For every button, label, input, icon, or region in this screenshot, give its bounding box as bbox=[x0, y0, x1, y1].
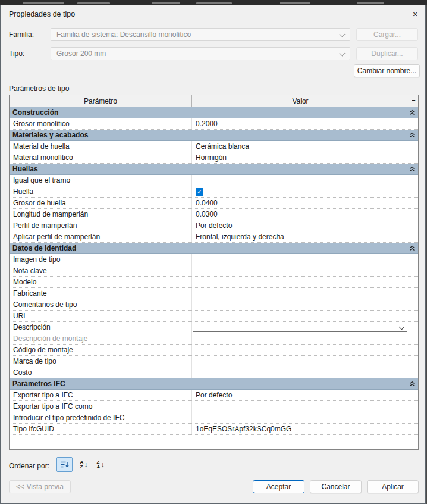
collapse-chevron-icon[interactable] bbox=[406, 381, 418, 387]
parameter-value[interactable]: ✓ bbox=[192, 186, 409, 197]
close-button[interactable]: × bbox=[408, 8, 422, 21]
parameter-value[interactable]: 0.0300 bbox=[192, 209, 409, 220]
tipo-label: Tipo: bbox=[9, 49, 24, 58]
section-header-row[interactable]: Datos de identidad bbox=[10, 243, 418, 254]
parameter-row: Modelo bbox=[10, 277, 418, 288]
ribbon-text-fragment bbox=[196, 2, 232, 4]
familia-dropdown-value: Familia de sistema: Descansillo monolíti… bbox=[56, 30, 191, 39]
parameter-name: Costo bbox=[10, 367, 192, 378]
sort-ascending-button[interactable]: AZ ↓ bbox=[77, 458, 91, 471]
parameter-row: Grosor de huella0.0400 bbox=[10, 198, 418, 209]
cargar-button[interactable]: Cargar... bbox=[356, 28, 418, 41]
value-combobox[interactable] bbox=[193, 323, 407, 332]
parameter-value[interactable] bbox=[192, 288, 409, 299]
parameter-row: Material monolíticoHormigón bbox=[10, 152, 418, 164]
parameter-value[interactable] bbox=[192, 356, 409, 367]
associate-cell bbox=[409, 231, 418, 242]
column-header-parametro: Parámetro bbox=[10, 95, 192, 107]
parameter-value[interactable]: 1oEqESOSrApf32kSCq0mGG bbox=[192, 424, 409, 434]
parameter-name: Imagen de tipo bbox=[10, 254, 192, 265]
parameter-value[interactable]: Por defecto bbox=[192, 390, 409, 400]
parameter-name: Introducir el tipo predefinido de IFC bbox=[10, 412, 192, 423]
cancel-button[interactable]: Cancelar bbox=[310, 480, 362, 493]
chevron-down-icon bbox=[340, 51, 346, 57]
parameter-row: Igual que el tramo bbox=[10, 175, 418, 186]
parameter-value[interactable] bbox=[192, 254, 409, 265]
parameter-value[interactable] bbox=[192, 311, 409, 321]
parameter-row: Marca de tipo bbox=[10, 356, 418, 367]
parameter-row: Perfil de mamperlánPor defecto bbox=[10, 220, 418, 231]
associate-cell bbox=[409, 356, 418, 367]
section-label: Huellas bbox=[10, 165, 406, 173]
az-letters: AZ bbox=[80, 460, 84, 469]
ribbon-text-fragment bbox=[280, 2, 310, 4]
familia-dropdown[interactable]: Familia de sistema: Descansillo monolíti… bbox=[51, 28, 350, 41]
parameter-name: Nota clave bbox=[10, 265, 192, 276]
parameter-name: Material monolítico bbox=[10, 152, 192, 163]
parameter-name: Descripción bbox=[10, 322, 192, 333]
parameter-name: Marca de tipo bbox=[10, 356, 192, 367]
collapse-chevron-icon[interactable] bbox=[406, 245, 418, 251]
parameter-value[interactable]: Hormigón bbox=[192, 152, 409, 163]
parameter-row: Aplicar perfil de mamperlánFrontal, izqu… bbox=[10, 231, 418, 243]
parameter-name: Material de huella bbox=[10, 141, 192, 152]
rename-button[interactable]: Cambiar nombre... bbox=[354, 64, 420, 77]
parameter-row: Código de montaje bbox=[10, 345, 418, 356]
preview-button[interactable]: << Vista previa bbox=[9, 480, 71, 493]
section-label: Materiales y acabados bbox=[10, 131, 406, 139]
chevron-down-icon bbox=[399, 324, 405, 330]
parameter-value[interactable] bbox=[192, 265, 409, 276]
parameter-value[interactable] bbox=[192, 345, 409, 355]
ribbon-text-fragment bbox=[77, 2, 110, 4]
checkbox-unchecked[interactable] bbox=[196, 177, 203, 184]
parameter-value[interactable]: Frontal, izquierda y derecha bbox=[192, 231, 409, 242]
parameter-value[interactable] bbox=[192, 401, 409, 412]
section-header-row[interactable]: Construcción bbox=[10, 107, 418, 118]
collapse-chevron-icon[interactable] bbox=[406, 132, 418, 138]
parameter-value[interactable]: Cerámica blanca bbox=[192, 141, 409, 152]
parameter-value[interactable] bbox=[192, 277, 409, 287]
tipo-dropdown[interactable]: Grosor 200 mm bbox=[51, 47, 350, 60]
parameter-value[interactable] bbox=[192, 367, 409, 378]
collapse-chevron-icon[interactable] bbox=[406, 166, 418, 172]
checkbox-checked[interactable]: ✓ bbox=[196, 188, 203, 196]
associate-cell bbox=[409, 175, 418, 186]
associate-cell bbox=[409, 118, 418, 129]
parameter-name: Igual que el tramo bbox=[10, 175, 192, 186]
apply-button[interactable]: Aplicar bbox=[367, 480, 419, 493]
parameter-value[interactable]: 0.0400 bbox=[192, 198, 409, 208]
section-label: Parámetros IFC bbox=[10, 380, 406, 388]
parameter-value[interactable]: Por defecto bbox=[192, 220, 409, 231]
sort-descending-button[interactable]: ZA ↓ bbox=[93, 458, 108, 471]
associate-cell bbox=[409, 333, 418, 344]
parameter-row: Longitud de mamperlán0.0300 bbox=[10, 209, 418, 220]
parameter-value[interactable] bbox=[192, 322, 409, 333]
accept-button[interactable]: Aceptar bbox=[253, 480, 304, 493]
collapse-chevron-icon[interactable] bbox=[406, 109, 418, 115]
parameter-row: Tipo IfcGUID1oEqESOSrApf32kSCq0mGG bbox=[10, 424, 418, 435]
section-header-row[interactable]: Huellas bbox=[10, 164, 418, 175]
parameter-value[interactable]: 0.2000 bbox=[192, 118, 409, 129]
table-header: Parámetro Valor = bbox=[10, 95, 418, 107]
parameter-name: Descripción de montaje bbox=[10, 333, 192, 344]
parameter-value[interactable] bbox=[192, 299, 409, 310]
parameter-row: Exportar tipo a IFCPor defecto bbox=[10, 390, 418, 401]
associate-cell bbox=[409, 299, 418, 310]
parameter-row: URL bbox=[10, 311, 418, 322]
section-label: Construcción bbox=[10, 108, 406, 117]
parameter-value[interactable] bbox=[192, 175, 409, 186]
section-header-row[interactable]: Materiales y acabados bbox=[10, 130, 418, 141]
duplicar-button[interactable]: Duplicar... bbox=[356, 47, 418, 60]
parameter-name: Modelo bbox=[10, 277, 192, 287]
associate-cell bbox=[409, 254, 418, 265]
associate-cell bbox=[409, 141, 418, 152]
associate-cell bbox=[409, 186, 418, 197]
sort-default-button[interactable] bbox=[56, 457, 73, 472]
parameter-row: Introducir el tipo predefinido de IFC bbox=[10, 412, 418, 424]
associate-cell bbox=[409, 322, 418, 333]
section-header-row[interactable]: Parámetros IFC bbox=[10, 378, 418, 390]
associate-cell bbox=[409, 220, 418, 231]
associate-cell bbox=[409, 367, 418, 378]
parameter-value[interactable] bbox=[192, 412, 409, 423]
parameter-value[interactable] bbox=[192, 333, 409, 344]
